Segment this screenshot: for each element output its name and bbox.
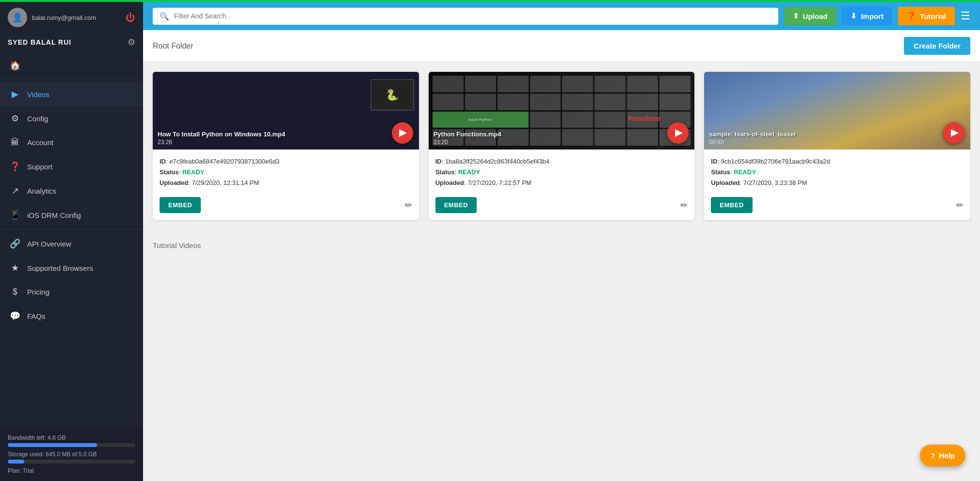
create-folder-button[interactable]: Create Folder [904, 37, 970, 55]
embed-button-3[interactable]: EMBED [711, 197, 752, 213]
sidebar-footer: Bandwidth left: 4.8 GB Storage used: 645… [0, 428, 143, 481]
sidebar-item-browsers-label: Supported Browsers [27, 264, 93, 272]
sidebar-item-analytics-label: Analytics [27, 187, 56, 195]
video-card-3: sample: tears-of-steel_teaser 00:40 ID: … [704, 72, 970, 220]
video-status-3: Status: READY [711, 167, 964, 178]
ios-drm-icon: 📱 [10, 210, 20, 220]
sidebar-item-pricing[interactable]: $ Pricing [0, 280, 143, 304]
edit-icon-2[interactable]: ✏ [680, 200, 688, 211]
video-id-2: ID: 1ba8a3ff25264d2c863f440cb5ef43b4 [435, 156, 688, 167]
nav-divider [0, 80, 143, 80]
sidebar-item-ios-drm[interactable]: 📱 iOS DRM Config [0, 203, 143, 227]
video-uploaded-2: Uploaded: 7/27/2020, 7:22:57 PM [435, 178, 688, 188]
video-title-3: sample: tears-of-steel_teaser [709, 131, 965, 138]
folder-title: Root Folder [153, 42, 193, 50]
video-duration-3: 00:40 [709, 139, 965, 146]
play-button-3[interactable] [943, 122, 964, 144]
video-thumb-2: learn Python Functions Python Functions.… [429, 72, 695, 149]
video-id-1: ID: e7c9feab0a6847e4920793871300e6d3 [160, 156, 412, 167]
videos-area: 🐍 How To Install Python on Windows 10.mp… [143, 62, 980, 481]
embed-button-1[interactable]: EMBED [160, 197, 201, 213]
upload-button[interactable]: ⬆ Upload [784, 7, 836, 25]
import-button[interactable]: ⬇ Import [842, 7, 892, 25]
help-icon: ? [931, 451, 935, 460]
tutorial-button[interactable]: ❓ Tutorial [898, 7, 955, 25]
edit-icon-1[interactable]: ✏ [405, 200, 412, 211]
topbar: 🔍 ⬆ Upload ⬇ Import ❓ Tutorial ☰ [143, 0, 980, 30]
tutorial-section-label: Tutorial Videos [153, 241, 201, 249]
video-duration-1: 23:26 [158, 139, 414, 146]
folder-bar: Root Folder Create Folder [143, 30, 980, 62]
video-title-1: How To Install Python on Windows 10.mp4 [158, 131, 414, 138]
sidebar-header-left: 👤 balal.rumy@gmail.com [8, 8, 96, 27]
sidebar-item-config-label: Config [27, 115, 48, 123]
settings-icon[interactable]: ⚙ [128, 37, 135, 48]
video-duration-2: 23:20 [434, 139, 690, 146]
list-view-icon[interactable]: ☰ [961, 10, 970, 22]
video-uploaded-3: Uploaded: 7/27/2020, 3:23:38 PM [711, 178, 964, 188]
embed-button-2[interactable]: EMBED [435, 197, 477, 213]
sidebar-email: balal.rumy@gmail.com [32, 14, 96, 21]
sidebar-item-supported-browsers[interactable]: ★ Supported Browsers [0, 256, 143, 280]
video-thumb-3: sample: tears-of-steel_teaser 00:40 [704, 72, 970, 149]
sidebar-item-account-label: Account [27, 138, 53, 147]
laptop-visual: 🐍 [370, 79, 414, 111]
help-button[interactable]: ? Help [920, 445, 965, 466]
sidebar-nav: 🏠 ▶ Videos ⚙ Config 🏛 Account ❓ Support … [0, 53, 143, 428]
sidebar-item-analytics[interactable]: ↗ Analytics [0, 179, 143, 203]
sidebar-item-api-overview[interactable]: 🔗 API Overview [0, 232, 143, 256]
sidebar-item-ios-drm-label: iOS DRM Config [27, 211, 81, 219]
videos-icon: ▶ [10, 89, 20, 100]
sidebar-username: SYED BALAL RUI [8, 38, 71, 46]
thumb-overlay-1: How To Install Python on Windows 10.mp4 … [153, 127, 419, 149]
sidebar-item-account[interactable]: 🏛 Account [0, 131, 143, 154]
sidebar-item-videos[interactable]: ▶ Videos [0, 82, 143, 106]
bandwidth-progress-bar [8, 443, 97, 447]
search-icon: 🔍 [160, 12, 169, 21]
sidebar: 👤 balal.rumy@gmail.com ⏻ SYED BALAL RUI … [0, 0, 143, 481]
video-title-2: Python Functions.mp4 [434, 131, 690, 138]
sidebar-item-home[interactable]: 🏠 [0, 53, 143, 78]
functions-label: Functions [628, 114, 660, 123]
sidebar-item-api-label: API Overview [27, 240, 71, 248]
storage-progress-wrap [8, 460, 135, 464]
pricing-icon: $ [10, 287, 20, 297]
faqs-icon: 💬 [10, 311, 20, 321]
star-icon: ★ [10, 263, 20, 273]
sidebar-item-faqs-label: FAQs [27, 312, 46, 320]
help-label: Help [939, 451, 955, 460]
search-wrap[interactable]: 🔍 [153, 8, 778, 25]
import-icon: ⬇ [851, 12, 857, 20]
sidebar-item-faqs[interactable]: 💬 FAQs [0, 304, 143, 328]
config-icon: ⚙ [10, 113, 20, 124]
sidebar-item-support[interactable]: ❓ Support [0, 154, 143, 179]
thumb-overlay-2: Python Functions.mp4 23:20 [429, 127, 695, 149]
search-input[interactable] [174, 12, 771, 20]
sidebar-item-config[interactable]: ⚙ Config [0, 106, 143, 131]
edit-icon-3[interactable]: ✏ [956, 200, 964, 211]
bandwidth-progress-wrap [8, 443, 135, 447]
video-info-3: ID: 9cb1c654df39b2706e791aacb9c43a2d Sta… [704, 149, 970, 193]
sidebar-item-videos-label: Videos [27, 90, 49, 99]
video-id-3: ID: 9cb1c654df39b2706e791aacb9c43a2d [711, 156, 964, 167]
support-icon: ❓ [10, 161, 20, 172]
video-uploaded-1: Uploaded: 7/29/2020, 12:31:14 PM [160, 178, 412, 188]
bandwidth-label: Bandwidth left: 4.8 GB [8, 434, 135, 441]
video-actions-3: EMBED ✏ [704, 193, 970, 220]
plan-label: Plan: Trial [8, 467, 135, 474]
videos-grid: 🐍 How To Install Python on Windows 10.mp… [153, 72, 970, 220]
avatar: 👤 [8, 8, 27, 27]
video-status-2: Status: READY [435, 167, 688, 178]
sidebar-item-support-label: Support [27, 163, 53, 171]
video-info-2: ID: 1ba8a3ff25264d2c863f440cb5ef43b4 Sta… [429, 149, 695, 193]
power-icon[interactable]: ⏻ [126, 12, 135, 23]
account-icon: 🏛 [10, 137, 20, 148]
storage-progress-bar [8, 460, 24, 464]
thumb-overlay-3: sample: tears-of-steel_teaser 00:40 [704, 127, 970, 149]
import-label: Import [861, 12, 884, 20]
play-button-1[interactable] [392, 122, 413, 144]
video-card-2: learn Python Functions Python Functions.… [429, 72, 695, 220]
play-button-2[interactable] [667, 122, 689, 144]
video-thumb-1: 🐍 How To Install Python on Windows 10.mp… [153, 72, 419, 149]
sidebar-user-row: SYED BALAL RUI ⚙ [0, 33, 143, 53]
